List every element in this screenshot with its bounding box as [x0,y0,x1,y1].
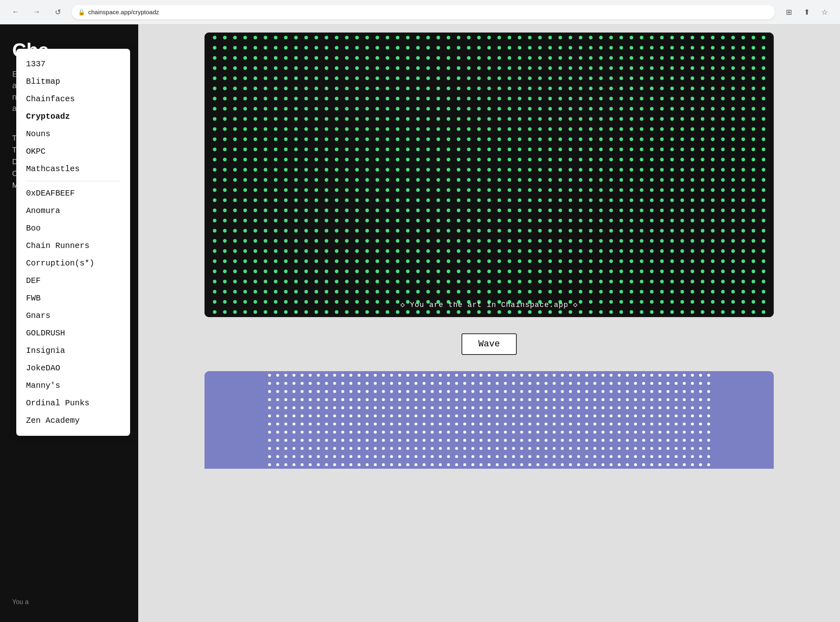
dropdown-item-fwb[interactable]: FWB [16,289,130,307]
wave-button[interactable]: Wave [461,333,517,355]
dropdown-item-cryptoadz[interactable]: Cryptoadz [16,108,130,125]
browser-actions: ⊞ ⬆ ☆ [781,5,832,20]
back-icon: ← [12,8,19,16]
dropdown-item-mathcastles[interactable]: Mathcastles [16,160,130,178]
dropdown-item-chainfaces[interactable]: Chainfaces [16,90,130,108]
dropdown-item-chain-runners[interactable]: Chain Runners [16,237,130,254]
url-text: chainspace.app/cryptoadz [88,9,159,15]
dropdown-item-mannys[interactable]: Manny's [16,377,130,394]
nft-card-primary: ◇ You are the art in Chainspace.app ◇ [205,33,774,317]
lock-icon: 🔒 [78,9,85,15]
nft-display: ◇ You are the art in Chainspace.app ◇ [205,33,774,317]
dropdown-item-def[interactable]: DEF [16,272,130,289]
forward-icon: → [33,8,40,16]
address-bar[interactable]: 🔒 chainspace.app/cryptoadz [72,5,775,20]
dropdown-menu: 1337 Blitmap Chainfaces Cryptoadz Nouns … [16,49,130,436]
share-button[interactable]: ⬆ [799,5,814,20]
dropdown-item-insignia[interactable]: Insignia [16,342,130,359]
dropdown-item-goldrush[interactable]: GOLDRUSH [16,324,130,342]
bookmark-button[interactable]: ☆ [817,5,832,20]
translate-button[interactable]: ⊞ [781,5,796,20]
nft-card-secondary [205,371,774,469]
dropdown-item-corruption[interactable]: Corruption(s*) [16,254,130,272]
dropdown-item-zen-academy[interactable]: Zen Academy [16,412,130,429]
wave-button-container: Wave [205,329,774,359]
main-area: ◇ You are the art in Chainspace.app ◇ Wa… [138,24,840,622]
dropdown-item-1337[interactable]: 1337 [16,55,130,73]
dropdown-separator [26,181,120,181]
dropdown-item-boo[interactable]: Boo [16,220,130,237]
sidebar-bottom: You a [12,598,126,606]
back-button[interactable]: ← [8,5,23,20]
forward-button[interactable]: → [29,5,44,20]
nft-canvas-2 [205,371,774,469]
browser-toolbar: ← → ↺ 🔒 chainspace.app/cryptoadz ⊞ ⬆ ☆ [0,0,840,24]
dropdown-item-gnars[interactable]: Gnars [16,307,130,324]
reload-button[interactable]: ↺ [50,5,65,20]
reload-icon: ↺ [55,8,61,17]
dropdown-item-anomura[interactable]: Anomura [16,202,130,220]
dropdown-item-nouns[interactable]: Nouns [16,125,130,143]
nft-canvas [205,33,774,317]
nft-caption: ◇ You are the art in Chainspace.app ◇ [400,300,578,309]
dropdown-item-jokedao[interactable]: JokeDAO [16,359,130,377]
dropdown-item-ordinal-punks[interactable]: Ordinal Punks [16,394,130,412]
dropdown-item-0xdeafbeef[interactable]: 0xDEAFBEEF [16,185,130,202]
sidebar-bottom-text: You a [12,598,126,606]
dropdown-item-okpc[interactable]: OKPC [16,143,130,160]
dropdown-item-blitmap[interactable]: Blitmap [16,73,130,90]
page-content: Cha Expe ains n ch art Twitt Twitt Disc … [0,24,840,622]
